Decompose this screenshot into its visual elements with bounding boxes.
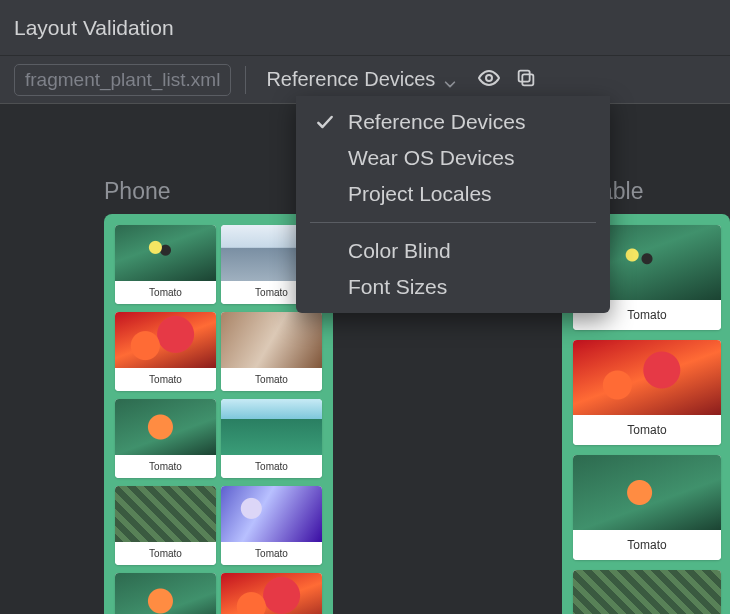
card-image: [115, 573, 216, 614]
card-caption: Tomato: [221, 542, 322, 565]
card-caption: Tomato: [221, 455, 322, 478]
copy-icon: [515, 67, 537, 93]
dropdown-item[interactable]: Reference Devices: [296, 104, 610, 140]
card-image: [115, 312, 216, 368]
dropdown-item[interactable]: Color Blind: [296, 233, 610, 269]
card-image: [573, 340, 721, 415]
reference-devices-dropdown-menu: Reference DevicesWear OS DevicesProject …: [296, 96, 610, 313]
visibility-toggle-button[interactable]: [477, 66, 501, 94]
chevron-down-icon: [443, 73, 457, 87]
list-item[interactable]: Tomato: [115, 312, 216, 391]
dropdown-item-label: Color Blind: [348, 239, 451, 263]
dropdown-item-label: Project Locales: [348, 182, 492, 206]
card-caption: Tomato: [115, 455, 216, 478]
list-item[interactable]: Tomato: [221, 312, 322, 391]
toolbar-divider: [245, 66, 246, 94]
svg-rect-1: [523, 74, 534, 85]
card-image: [221, 486, 322, 542]
svg-rect-2: [519, 70, 530, 81]
panel-title-text: Layout Validation: [14, 16, 174, 40]
list-item[interactable]: Tomato: [115, 399, 216, 478]
card-caption: Tomato: [115, 281, 216, 304]
dropdown-item-label: Font Sizes: [348, 275, 447, 299]
file-name-text: fragment_plant_list.xml: [25, 69, 220, 90]
reference-devices-label: Reference Devices: [266, 68, 435, 91]
dropdown-item-label: Wear OS Devices: [348, 146, 515, 170]
card-caption: Tomato: [221, 368, 322, 391]
card-image: [221, 573, 322, 614]
list-item[interactable]: [221, 573, 322, 614]
dropdown-separator: [310, 222, 596, 223]
card-image: [573, 570, 721, 614]
svg-point-0: [486, 75, 492, 81]
dropdown-item[interactable]: Project Locales: [296, 176, 610, 212]
card-image: [115, 486, 216, 542]
eye-icon: [477, 66, 501, 94]
card-caption: Tomato: [573, 530, 721, 560]
list-item[interactable]: Tomato: [573, 455, 721, 560]
dropdown-item-label: Reference Devices: [348, 110, 525, 134]
card-caption: Tomato: [115, 542, 216, 565]
check-icon: [314, 112, 336, 132]
card-caption: Tomato: [573, 415, 721, 445]
list-item[interactable]: Tomato: [115, 225, 216, 304]
card-image: [221, 312, 322, 368]
list-item[interactable]: Tomato: [115, 486, 216, 565]
card-image: [221, 399, 322, 455]
list-item[interactable]: Tomato: [221, 486, 322, 565]
dropdown-item[interactable]: Wear OS Devices: [296, 140, 610, 176]
panel-title: Layout Validation: [0, 0, 730, 56]
file-name-chip[interactable]: fragment_plant_list.xml: [14, 64, 231, 96]
list-item[interactable]: Tomato: [221, 399, 322, 478]
reference-devices-dropdown-button[interactable]: Reference Devices: [260, 64, 463, 95]
preview-label-phone: Phone: [104, 178, 171, 205]
list-item[interactable]: [573, 570, 721, 614]
list-item[interactable]: Tomato: [573, 340, 721, 445]
card-image: [115, 399, 216, 455]
card-caption: Tomato: [115, 368, 216, 391]
list-item[interactable]: [115, 573, 216, 614]
card-image: [573, 455, 721, 530]
card-image: [115, 225, 216, 281]
copy-button[interactable]: [515, 67, 537, 93]
dropdown-item[interactable]: Font Sizes: [296, 269, 610, 305]
